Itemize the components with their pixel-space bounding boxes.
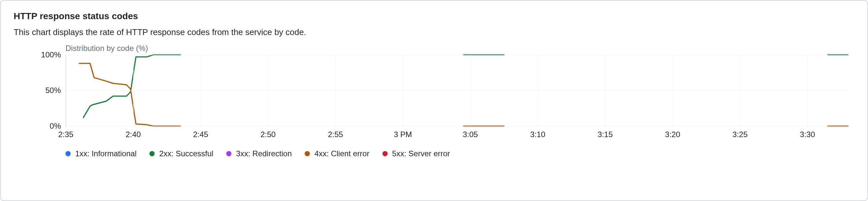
legend-label: 3xx: Redirection — [236, 149, 292, 158]
legend: 1xx: Informational2xx: Successful3xx: Re… — [65, 149, 855, 158]
legend-label: 5xx: Server error — [392, 149, 450, 158]
x-tick-label: 3:05 — [463, 130, 478, 139]
x-gridline — [605, 55, 606, 126]
y-tick-label: 50% — [30, 86, 61, 95]
legend-swatch — [305, 151, 310, 156]
x-tick-label: 3:10 — [530, 130, 546, 139]
x-gridline — [403, 55, 403, 126]
card-title: HTTP response status codes — [13, 11, 855, 21]
x-gridline — [200, 55, 201, 126]
x-tick-label: 3:30 — [800, 130, 815, 139]
x-tick-label: 2:55 — [328, 130, 343, 139]
legend-swatch — [65, 151, 71, 156]
legend-swatch — [149, 151, 155, 156]
y-gridline — [66, 55, 848, 55]
legend-item[interactable]: 3xx: Redirection — [226, 149, 292, 158]
legend-label: 1xx: Informational — [75, 149, 136, 158]
x-gridline — [133, 55, 133, 126]
y-tick-label: 0% — [30, 121, 61, 131]
x-gridline — [336, 55, 336, 126]
chart-axis-title: Distribution by code (%) — [65, 44, 855, 53]
x-tick-label: 3:20 — [665, 130, 680, 139]
legend-label: 2xx: Successful — [159, 149, 213, 158]
x-tick-label: 3:25 — [733, 130, 748, 139]
x-gridline — [807, 55, 808, 126]
legend-item[interactable]: 1xx: Informational — [65, 149, 136, 158]
card-subtitle: This chart displays the rate of HTTP res… — [13, 27, 855, 37]
x-tick-label: 3 PM — [394, 130, 412, 139]
legend-item[interactable]: 2xx: Successful — [149, 149, 213, 158]
y-tick-label: 100% — [30, 50, 61, 59]
x-gridline — [470, 55, 471, 126]
x-tick-label: 2:40 — [126, 130, 141, 139]
legend-label: 4xx: Client error — [314, 149, 369, 158]
x-gridline — [66, 55, 66, 126]
x-tick-label: 2:45 — [193, 130, 209, 139]
series-line — [80, 63, 181, 126]
chart-card: HTTP response status codes This chart di… — [0, 0, 868, 201]
y-gridline — [66, 90, 848, 91]
x-tick-label: 2:50 — [260, 130, 276, 139]
series-line — [83, 55, 181, 118]
x-gridline — [740, 55, 740, 126]
legend-swatch — [226, 151, 231, 156]
legend-item[interactable]: 5xx: Server error — [382, 149, 450, 158]
x-gridline — [673, 55, 673, 126]
legend-item[interactable]: 4xx: Client error — [305, 149, 369, 158]
x-tick-label: 3:15 — [598, 130, 613, 139]
y-gridline — [66, 126, 848, 126]
plot-area[interactable]: 0%50%100%2:352:402:452:502:553 PM3:053:1… — [65, 55, 848, 126]
chart-container: Distribution by code (%) 0%50%100%2:352:… — [13, 44, 855, 158]
x-gridline — [538, 55, 538, 126]
legend-swatch — [382, 151, 388, 156]
x-tick-label: 2:35 — [58, 130, 73, 139]
